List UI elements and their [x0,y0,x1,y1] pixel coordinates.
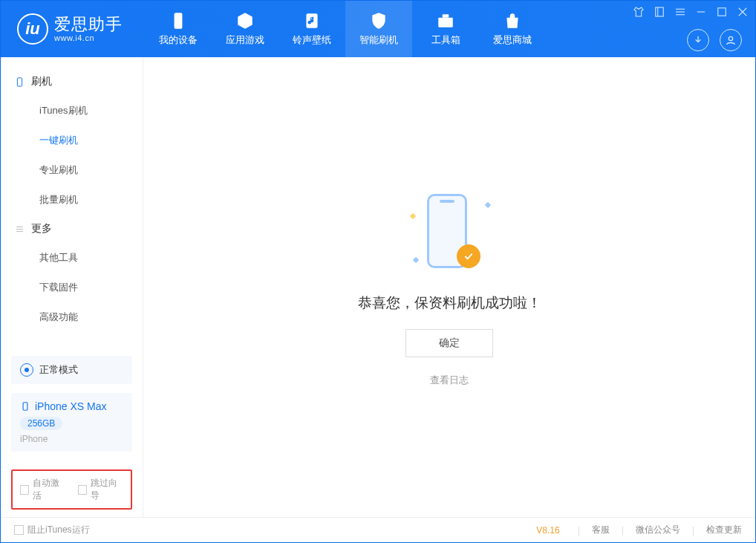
checkbox-auto-activate[interactable]: 自动激活 [20,477,66,502]
main-content: 恭喜您，保资料刷机成功啦！ 确定 查看日志 [143,57,755,517]
sidebar-item-itunes-flash[interactable]: iTunes刷机 [1,96,143,126]
mode-indicator-icon [20,363,33,377]
device-capacity: 256GB [20,417,62,430]
footer-link-update[interactable]: 检查更新 [706,524,742,536]
sidebar-group-more: 更多 [1,215,143,243]
tab-label: 我的设备 [159,33,198,47]
success-illustration [405,188,494,277]
checkbox-icon [14,525,24,535]
list-icon [14,224,25,235]
logo[interactable]: iu 爱思助手 www.i4.cn [17,13,123,45]
account-button[interactable] [720,29,742,51]
svg-rect-18 [23,403,27,411]
sparkle-icon [413,256,419,262]
svg-rect-10 [718,8,726,16]
phone-icon [14,77,25,88]
tab-label: 应用游戏 [226,33,264,47]
shield-icon [369,11,388,30]
app-name: 爱思助手 [54,16,123,33]
svg-rect-14 [17,77,22,85]
svg-point-13 [729,36,732,40]
version-label: V8.16 [536,525,559,536]
svg-rect-0 [175,13,183,29]
logo-icon: iu [17,13,48,45]
header-right-actions [687,29,742,51]
checkbox-icon [20,485,29,495]
mode-label: 正常模式 [39,363,78,377]
sidebar-item-oneclick-flash[interactable]: 一键刷机 [1,126,143,155]
tab-apps-games[interactable]: 应用游戏 [212,1,278,57]
svg-rect-2 [438,18,453,27]
sidebar-item-other-tools[interactable]: 其他工具 [1,243,143,273]
phone-small-icon [20,401,30,412]
user-icon [725,34,737,46]
window-controls [632,5,749,19]
body: 刷机 iTunes刷机 一键刷机 专业刷机 批量刷机 更多 其他工具 下载固件 … [1,57,755,517]
tab-label: 铃声壁纸 [293,33,331,47]
footer-link-wechat[interactable]: 微信公众号 [636,524,680,536]
tab-store[interactable]: 爱思商城 [479,1,546,57]
download-button[interactable] [687,29,709,51]
tab-my-device[interactable]: 我的设备 [145,1,212,57]
tab-smart-flash[interactable]: 智能刷机 [345,1,412,57]
app-url: www.i4.cn [54,33,123,42]
sidebar-group-flash: 刷机 [1,68,143,96]
menu-icon[interactable] [674,5,687,19]
close-icon[interactable] [736,5,749,19]
device-type: iPhone [20,434,123,444]
sidebar-item-advanced[interactable]: 高级功能 [1,302,143,332]
view-log-link[interactable]: 查看日志 [430,374,469,387]
music-icon [302,11,322,30]
notebook-icon[interactable] [653,5,666,19]
svg-rect-3 [443,14,449,17]
maximize-icon[interactable] [715,5,729,19]
device-info-box[interactable]: iPhone XS Max 256GB iPhone [11,393,132,452]
download-icon [692,34,704,46]
confirm-button[interactable]: 确定 [405,329,493,357]
footer: 阻止iTunes运行 V8.16 | 客服 | 微信公众号 | 检查更新 [1,517,755,542]
check-icon [463,250,475,262]
footer-right: V8.16 | 客服 | 微信公众号 | 检查更新 [536,524,742,536]
tab-ringtones[interactable]: 铃声壁纸 [278,1,345,57]
tab-label: 爱思商城 [493,33,532,47]
checkbox-block-itunes[interactable]: 阻止iTunes运行 [14,524,90,536]
app-window: iu 爱思助手 www.i4.cn 我的设备 应用游戏 铃声壁纸 智能刷机 [0,0,756,543]
sidebar-item-batch-flash[interactable]: 批量刷机 [1,185,143,215]
sparkle-icon [485,201,491,207]
tab-label: 工具箱 [431,33,460,47]
sparkle-icon [410,212,416,218]
header: iu 爱思助手 www.i4.cn 我的设备 应用游戏 铃声壁纸 智能刷机 [1,1,755,57]
tab-toolbox[interactable]: 工具箱 [412,1,479,57]
bag-icon [503,11,522,30]
shirt-icon[interactable] [632,5,645,19]
sidebar: 刷机 iTunes刷机 一键刷机 专业刷机 批量刷机 更多 其他工具 下载固件 … [1,57,143,517]
footer-link-support[interactable]: 客服 [592,524,610,536]
toolbox-icon [436,11,455,30]
device-mode-box[interactable]: 正常模式 [11,356,132,384]
check-badge-icon [457,244,480,268]
tab-label: 智能刷机 [359,33,398,47]
options-highlighted-row: 自动激活 跳过向导 [11,469,132,510]
sidebar-item-pro-flash[interactable]: 专业刷机 [1,155,143,185]
minimize-icon[interactable] [694,5,708,19]
success-message: 恭喜您，保资料刷机成功啦！ [358,293,541,313]
sidebar-item-download-firmware[interactable]: 下载固件 [1,273,143,302]
checkbox-skip-guide[interactable]: 跳过向导 [78,477,124,502]
box-icon [235,11,255,30]
device-name: iPhone XS Max [20,400,123,412]
checkbox-icon [78,485,87,495]
device-icon [169,11,188,30]
top-tabs: 我的设备 应用游戏 铃声壁纸 智能刷机 工具箱 爱思商城 [145,1,546,57]
svg-rect-4 [656,7,664,16]
